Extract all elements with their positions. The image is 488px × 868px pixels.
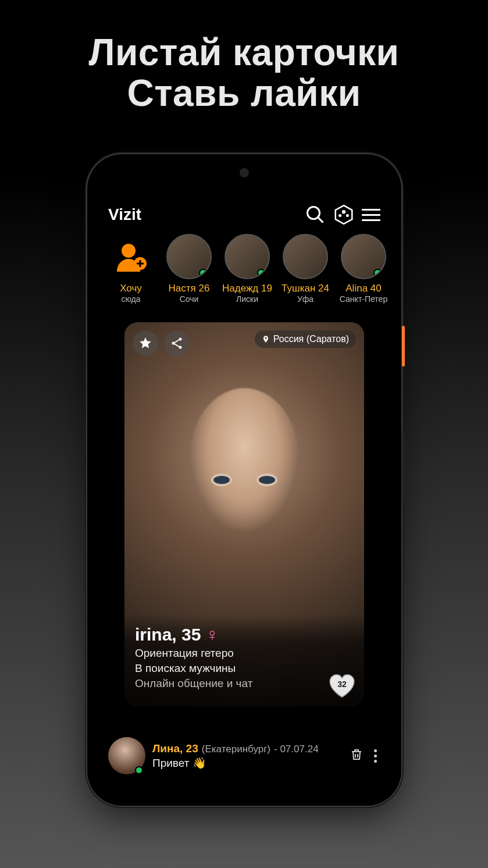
svg-line-1 xyxy=(318,218,323,223)
story-city: сюда xyxy=(105,294,157,304)
pin-icon xyxy=(262,335,270,344)
profile-photo xyxy=(189,388,300,533)
phone-power-button xyxy=(402,326,405,367)
message-date: - 07.07.24 xyxy=(274,744,319,755)
like-button[interactable]: 32 xyxy=(328,674,356,698)
message-avatar[interactable] xyxy=(108,737,145,774)
svg-marker-2 xyxy=(336,205,352,224)
message-row[interactable]: Лина, 23 (Екатеринбург) - 07.07.24 Приве… xyxy=(100,732,389,779)
location-badge: Россия (Саратов) xyxy=(255,330,356,348)
location-text: Россия (Саратов) xyxy=(273,334,349,344)
message-city: (Екатеринбург) xyxy=(202,744,270,755)
search-icon[interactable] xyxy=(305,204,326,225)
community-icon[interactable] xyxy=(333,204,355,226)
story-name: Тушкан 24 xyxy=(279,283,332,294)
female-icon: ♀ xyxy=(205,625,219,645)
app-screen: Vizit xyxy=(100,192,389,788)
svg-point-6 xyxy=(122,244,136,258)
menu-icon[interactable] xyxy=(362,209,380,221)
top-bar: Vizit xyxy=(100,192,389,232)
svg-point-3 xyxy=(342,210,345,214)
story-item[interactable]: Настя 26 Сочи xyxy=(163,234,215,304)
profile-interests: Онлайн общение и чат xyxy=(135,677,354,690)
favorite-button[interactable] xyxy=(133,330,158,356)
marketing-line-1: Листай карточки xyxy=(12,32,476,73)
svg-point-0 xyxy=(308,207,320,219)
more-icon[interactable] xyxy=(371,745,380,767)
message-text: Привет 👋 xyxy=(152,756,343,770)
story-item[interactable]: Тушкан 24 Уфа xyxy=(279,234,332,304)
story-name: Настя 26 xyxy=(163,283,215,294)
story-name: Хочу xyxy=(105,283,157,294)
svg-point-5 xyxy=(346,214,349,217)
like-count: 32 xyxy=(337,680,347,689)
phone-volume-button xyxy=(402,433,405,503)
story-item[interactable]: Alina 40 Санкт-Петер xyxy=(337,234,389,304)
marketing-headline: Листай карточки Ставь лайки xyxy=(0,0,488,114)
story-city: Сочи xyxy=(163,294,215,304)
profile-name-age: irina, 35 ♀ xyxy=(135,625,354,645)
marketing-line-2: Ставь лайки xyxy=(12,73,476,113)
profile-orientation: Ориентация гетеро xyxy=(135,647,354,660)
stories-row[interactable]: Хочу сюда Настя 26 Сочи Надежд 19 Лиски … xyxy=(100,232,389,311)
delete-icon[interactable] xyxy=(350,748,364,764)
profile-seeking: В поисках мужчины xyxy=(135,662,354,675)
story-item[interactable]: Надежд 19 Лиски xyxy=(221,234,273,304)
phone-frame: Vizit xyxy=(87,154,401,806)
story-city: Уфа xyxy=(279,294,332,304)
story-add[interactable]: Хочу сюда xyxy=(105,234,157,304)
share-button[interactable] xyxy=(164,330,190,356)
svg-point-4 xyxy=(339,214,341,217)
profile-card[interactable]: Россия (Саратов) irina, 35 ♀ Ориентация … xyxy=(124,322,364,706)
story-name: Alina 40 xyxy=(337,283,389,294)
story-name: Надежд 19 xyxy=(221,283,273,294)
story-city: Лиски xyxy=(221,294,273,304)
story-city: Санкт-Петер xyxy=(337,294,389,304)
app-title: Vizit xyxy=(108,205,298,224)
message-name: Лина, 23 xyxy=(152,742,198,755)
